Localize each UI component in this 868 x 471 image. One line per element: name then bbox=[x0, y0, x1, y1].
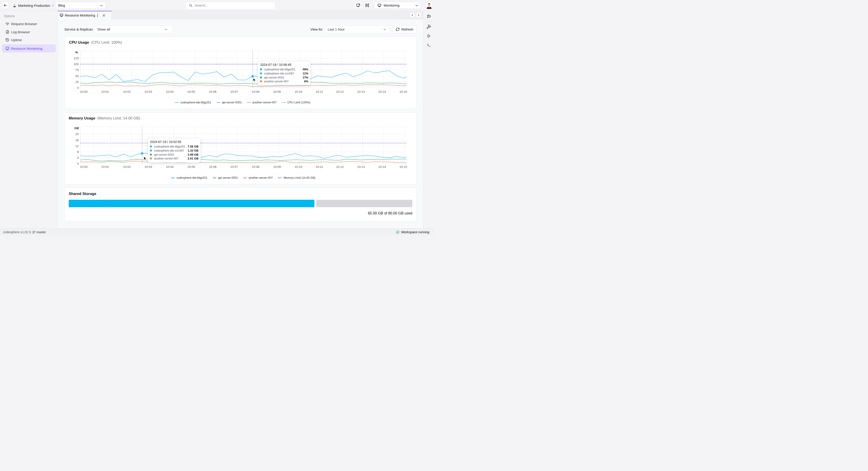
svg-text:10:09: 10:09 bbox=[273, 165, 281, 169]
svg-text:50: 50 bbox=[75, 75, 79, 78]
svg-text:10:03: 10:03 bbox=[145, 90, 152, 93]
svg-text:10:00: 10:00 bbox=[80, 90, 88, 93]
svg-text:0: 0 bbox=[77, 86, 79, 90]
svg-text:10:05: 10:05 bbox=[187, 90, 195, 93]
svg-text:10:10: 10:10 bbox=[295, 90, 303, 93]
svg-text:10:11: 10:11 bbox=[316, 165, 323, 169]
svg-text:10:07: 10:07 bbox=[230, 165, 238, 169]
svg-text:10:06: 10:06 bbox=[209, 90, 217, 93]
svg-text:10:12: 10:12 bbox=[336, 90, 344, 93]
svg-text:10:03: 10:03 bbox=[145, 165, 152, 169]
svg-text:10:14: 10:14 bbox=[378, 165, 386, 169]
svg-text:10:14: 10:14 bbox=[378, 90, 386, 93]
svg-text:10:13: 10:13 bbox=[357, 165, 365, 169]
svg-text:10:05: 10:05 bbox=[187, 165, 195, 169]
svg-text:10:15: 10:15 bbox=[399, 165, 407, 169]
svg-text:10:01: 10:01 bbox=[101, 90, 109, 93]
svg-text:10:10: 10:10 bbox=[295, 165, 303, 169]
svg-text:16: 16 bbox=[75, 139, 79, 142]
svg-text:10:04: 10:04 bbox=[166, 165, 174, 169]
svg-text:25: 25 bbox=[75, 80, 79, 84]
svg-text:8: 8 bbox=[77, 150, 79, 154]
svg-text:10:02: 10:02 bbox=[123, 165, 131, 169]
svg-text:100: 100 bbox=[74, 62, 79, 66]
svg-text:10:08: 10:08 bbox=[252, 90, 259, 93]
svg-text:%: % bbox=[75, 51, 78, 54]
svg-text:0: 0 bbox=[77, 162, 79, 165]
svg-text:10:02: 10:02 bbox=[123, 90, 131, 93]
svg-text:10:08: 10:08 bbox=[252, 165, 259, 169]
svg-text:10:11: 10:11 bbox=[316, 90, 323, 93]
svg-text:GB: GB bbox=[74, 126, 79, 130]
svg-text:20: 20 bbox=[75, 133, 79, 136]
svg-text:10:04: 10:04 bbox=[166, 90, 174, 93]
svg-text:10:01: 10:01 bbox=[101, 165, 109, 169]
svg-text:10:15: 10:15 bbox=[399, 90, 407, 93]
svg-text:10:00: 10:00 bbox=[80, 165, 88, 169]
svg-text:125: 125 bbox=[74, 57, 79, 60]
svg-text:75: 75 bbox=[75, 68, 79, 72]
svg-text:10:07: 10:07 bbox=[230, 90, 238, 93]
svg-text:10:13: 10:13 bbox=[357, 90, 365, 93]
svg-text:4: 4 bbox=[77, 156, 79, 159]
svg-text:10:06: 10:06 bbox=[209, 165, 217, 169]
svg-text:10:09: 10:09 bbox=[273, 90, 281, 93]
svg-text:10:12: 10:12 bbox=[336, 165, 344, 169]
svg-text:12: 12 bbox=[75, 144, 79, 148]
